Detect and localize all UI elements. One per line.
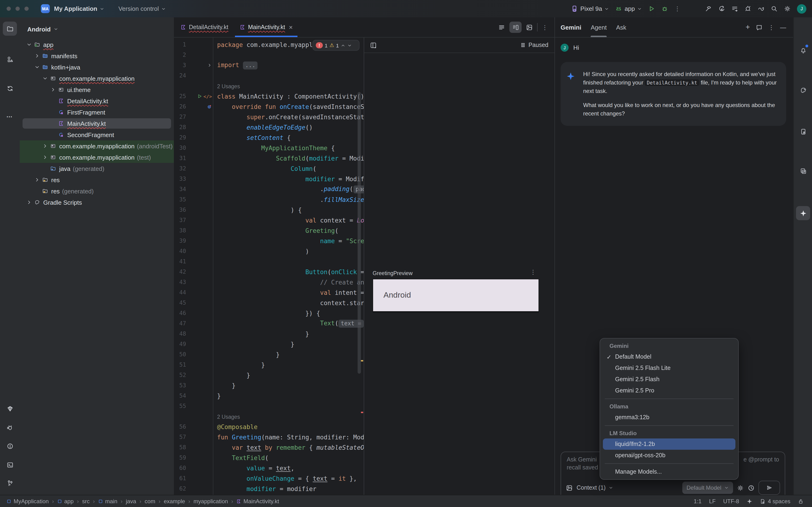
terminal-tool-button[interactable] bbox=[3, 458, 17, 472]
code-line-51[interactable]: 51 } bbox=[174, 359, 364, 370]
preview-kebab-icon[interactable]: ⋮ bbox=[530, 269, 536, 276]
code-line-50[interactable]: 50 } bbox=[174, 349, 364, 359]
next-problem-icon[interactable] bbox=[347, 43, 352, 48]
preview-layout-icon[interactable] bbox=[370, 42, 377, 49]
tree-chevron-icon[interactable] bbox=[41, 155, 49, 160]
file-encoding[interactable]: UTF-8 bbox=[723, 498, 739, 505]
device-manager-icon[interactable] bbox=[731, 5, 738, 12]
caret-position[interactable]: 1:1 bbox=[694, 498, 702, 505]
tree-item-secondfragment[interactable]: SecondFragment bbox=[20, 129, 174, 140]
problems-tool-button[interactable] bbox=[3, 439, 17, 453]
code-line-43[interactable]: 43 // Create an bbox=[174, 277, 364, 287]
layout-inspector-button[interactable] bbox=[796, 164, 810, 178]
code-line-55[interactable]: 55 bbox=[174, 401, 364, 411]
code-line-39[interactable]: 39 name = "Scree bbox=[174, 236, 364, 246]
tree-item-ui-theme[interactable]: ui.theme bbox=[20, 84, 174, 95]
settings-gear-icon[interactable] bbox=[784, 5, 791, 12]
close-tab-icon[interactable]: × bbox=[289, 23, 293, 31]
gradle-tool-button[interactable] bbox=[796, 83, 810, 97]
indent-style[interactable]: 4 spaces bbox=[760, 498, 791, 505]
tree-chevron-icon[interactable] bbox=[33, 177, 41, 183]
model-option-gemma3-12b[interactable]: gemma3:12b bbox=[603, 412, 735, 423]
model-option-gemini-2-5-pro[interactable]: Gemini 2.5 Pro bbox=[603, 385, 735, 396]
code-line-48[interactable]: 48 } bbox=[174, 329, 364, 339]
code-line-54[interactable]: 54} bbox=[174, 391, 364, 401]
tree-item-com-example-myapplication[interactable]: com.example.myapplication(androidTest) bbox=[20, 140, 174, 152]
tree-item-kotlin-java[interactable]: kotlin+java bbox=[20, 61, 174, 73]
tab-detailactivity[interactable]: DetailActivity.kt bbox=[176, 17, 233, 37]
editor-kebab-icon[interactable]: ⋮ bbox=[542, 24, 548, 31]
tab-mainactivity[interactable]: MainActivity.kt × bbox=[235, 17, 297, 37]
breadcrumb-item-src[interactable]: src bbox=[82, 498, 90, 505]
fold-chevron-icon[interactable] bbox=[207, 63, 212, 68]
code-line-35[interactable]: 35 .fillMaxSize( bbox=[174, 194, 364, 205]
model-option-liquid-lfm2-1-2b[interactable]: liquid/lfm2-1.2b bbox=[603, 439, 735, 450]
model-selector[interactable]: Default Model bbox=[682, 482, 733, 494]
code-line-62[interactable]: 62 modifier = modifier bbox=[174, 484, 364, 494]
notifications-button[interactable] bbox=[796, 43, 810, 57]
warning-stripe-mark[interactable] bbox=[361, 360, 363, 361]
code-line-47[interactable]: 47 Text(text = "( bbox=[174, 318, 364, 329]
preview-render-card[interactable]: Android bbox=[373, 279, 539, 312]
gradle-sync-icon[interactable] bbox=[758, 5, 765, 12]
code-line-60[interactable]: 60 value = text, bbox=[174, 463, 364, 473]
code-line-49[interactable]: 49 } bbox=[174, 339, 364, 349]
model-option-gemini-2-5-flash[interactable]: Gemini 2.5 Flash bbox=[603, 374, 735, 385]
breadcrumb-item-app[interactable]: app bbox=[57, 498, 73, 505]
tree-chevron-icon[interactable] bbox=[41, 143, 49, 149]
manage-models-option[interactable]: Manage Models... bbox=[603, 466, 735, 477]
model-option-default-model[interactable]: ✓Default Model bbox=[603, 351, 735, 362]
code-line-53[interactable]: 53 } bbox=[174, 380, 364, 391]
code-line-59[interactable]: 59 TextField( bbox=[174, 453, 364, 463]
tree-item-com-example-myapplication[interactable]: com.example.myapplication(test) bbox=[20, 152, 174, 163]
model-option-gemini-2-5-flash-lite[interactable]: Gemini 2.5 Flash Lite bbox=[603, 362, 735, 374]
split-view-button[interactable] bbox=[509, 21, 522, 33]
code-line-56[interactable]: 56@Composable bbox=[174, 421, 364, 432]
code-line-36[interactable]: 36 ) { bbox=[174, 205, 364, 215]
editor-scrollbar[interactable] bbox=[358, 92, 361, 374]
tree-chevron-icon[interactable] bbox=[33, 53, 41, 59]
breadcrumb-item-java[interactable]: java bbox=[126, 498, 136, 505]
close-window-icon[interactable] bbox=[7, 7, 11, 11]
run-button[interactable] bbox=[648, 5, 655, 12]
model-option-openai-gpt-oss-20b[interactable]: openai/gpt-oss-20b bbox=[603, 450, 735, 461]
resource-manager-tool-button[interactable] bbox=[3, 52, 17, 66]
git-tool-button[interactable] bbox=[3, 476, 17, 490]
project-view-selector[interactable]: Android bbox=[20, 22, 174, 36]
tree-item-res[interactable]: res bbox=[20, 174, 174, 185]
user-avatar[interactable]: J bbox=[797, 4, 806, 13]
breadcrumb-item-main[interactable]: main bbox=[98, 498, 117, 505]
code-line-28[interactable]: 28 enableEdgeToEdge() bbox=[174, 122, 364, 132]
code-line-29[interactable]: 29 setContent { bbox=[174, 132, 364, 143]
tree-item-res[interactable]: res(generated) bbox=[20, 185, 174, 197]
window-controls[interactable] bbox=[7, 7, 29, 11]
usage-hint-line[interactable]: 2 Usages bbox=[174, 81, 364, 91]
code-line-45[interactable]: 45 context.start bbox=[174, 298, 364, 308]
code-line-26[interactable]: 26 override fun onCreate(savedInstanceSt bbox=[174, 101, 364, 112]
tree-item-detailactivity-kt[interactable]: DetailActivity.kt bbox=[20, 95, 174, 107]
build-hammer-icon[interactable] bbox=[705, 5, 712, 12]
send-button[interactable] bbox=[758, 481, 780, 495]
code-line-40[interactable]: 40 ) bbox=[174, 246, 364, 256]
code-line-32[interactable]: 32 Column( bbox=[174, 163, 364, 174]
code-line-25[interactable]: 25</>class MainActivity : ComponentActiv… bbox=[174, 91, 364, 101]
breadcrumb-item-mainactivity-kt[interactable]: MainActivity.kt bbox=[236, 498, 279, 505]
tree-chevron-icon[interactable] bbox=[26, 200, 33, 205]
debug-button[interactable] bbox=[661, 5, 668, 12]
code-line-52[interactable]: 52 } bbox=[174, 370, 364, 380]
tree-item-com-example-myapplication[interactable]: com.example.myapplication bbox=[20, 73, 174, 84]
error-stripe-mark[interactable] bbox=[361, 412, 363, 413]
code-line-37[interactable]: 37 val context = Loc bbox=[174, 215, 364, 225]
code-view-icon[interactable] bbox=[498, 24, 505, 31]
attach-context-icon[interactable] bbox=[566, 484, 573, 491]
code-line-27[interactable]: 27 super.onCreate(savedInstanceState bbox=[174, 112, 364, 122]
code-line-44[interactable]: 44 val intent = bbox=[174, 287, 364, 298]
tree-item-mainactivity-kt[interactable]: MainActivity.kt bbox=[20, 118, 174, 129]
code-line-30[interactable]: 30 MyApplicationTheme { bbox=[174, 143, 364, 153]
tree-item-firstfragment[interactable]: FirstFragment bbox=[20, 107, 174, 118]
code-line-57[interactable]: 57fun Greeting(name: String, modifier: M… bbox=[174, 432, 364, 442]
tree-item-app[interactable]: app bbox=[20, 39, 174, 50]
code-line-42[interactable]: 42 Button(onClick = bbox=[174, 267, 364, 277]
gemini-tool-button[interactable] bbox=[796, 206, 810, 220]
sync-tool-button[interactable] bbox=[3, 81, 17, 95]
